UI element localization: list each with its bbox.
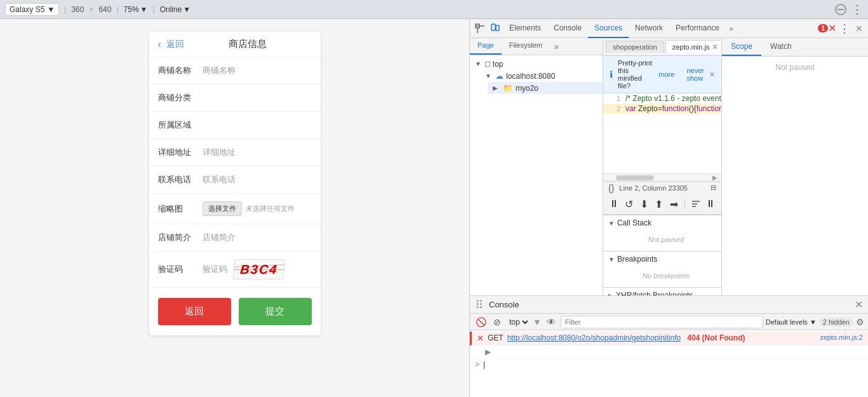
- tree-arrow-myo2o: ▶: [493, 84, 500, 91]
- sources-page-tab[interactable]: Page: [470, 38, 502, 55]
- file-tab-shopoperation-label: shopoperation: [613, 43, 657, 51]
- tree-item-myo2o[interactable]: ▶ 📁 myo2o: [488, 82, 603, 94]
- scope-watch-tabs: Scope Watch: [722, 38, 868, 57]
- devtools-menu-button[interactable]: ⋮: [836, 22, 853, 36]
- tab-performance[interactable]: Performance: [669, 19, 726, 38]
- info-more-link[interactable]: more: [658, 71, 674, 78]
- label-address: 详细地址: [158, 147, 203, 158]
- form-row-address: 详细地址 详细地址: [149, 139, 321, 166]
- zoom-selector[interactable]: 75% ▼: [124, 5, 148, 14]
- console-title: Console: [489, 300, 519, 309]
- value-phone: 联系电话: [203, 174, 312, 185]
- console-filter-icon[interactable]: ⊘: [490, 315, 504, 329]
- console-level-selector[interactable]: Default levels ▼: [766, 318, 817, 326]
- console-cursor[interactable]: |: [483, 360, 485, 369]
- topbar-more-button[interactable]: ⋮: [851, 3, 863, 17]
- file-tab-shopoperation[interactable]: shopoperation: [606, 41, 664, 53]
- online-selector[interactable]: Online ▼: [160, 5, 191, 14]
- async-stepping-button[interactable]: ⏸: [705, 196, 716, 212]
- label-region: 所属区域: [158, 119, 203, 131]
- info-never-link[interactable]: never show: [686, 67, 704, 82]
- console-eye-button[interactable]: 👁: [544, 315, 558, 329]
- sources-filesystem-tab[interactable]: Filesystem: [502, 38, 551, 55]
- times-sep: ×: [89, 5, 93, 14]
- console-input-line: > |: [470, 359, 868, 370]
- callstack-header[interactable]: ▼ Call Stack: [603, 215, 721, 231]
- tree-item-localhost[interactable]: ▼ ☁ localhost:8080: [480, 70, 603, 82]
- console-filter-input[interactable]: [561, 316, 763, 328]
- scope-watch-content: Not paused: [722, 57, 868, 295]
- log-url[interactable]: http://localhost:8080/o2o/shopadmin/gets…: [507, 333, 681, 342]
- error-count-badge: 1: [818, 24, 828, 32]
- tab-elements[interactable]: Elements: [503, 19, 547, 38]
- console-settings-button[interactable]: ⚙: [856, 317, 864, 327]
- pause-resume-button[interactable]: ⏸: [608, 196, 620, 212]
- console-clear-button[interactable]: 🚫: [474, 315, 488, 329]
- tree-label-myo2o: myo2o: [516, 84, 538, 93]
- error-log-icon: ✕: [477, 333, 484, 343]
- captcha-input-placeholder: 验证码: [203, 264, 227, 275]
- label-thumbnail: 缩略图: [158, 203, 203, 215]
- console-context-dropdown: ▼: [533, 317, 542, 327]
- step-out-button[interactable]: ⬆: [653, 196, 665, 212]
- tree-item-top[interactable]: ▼ □ top: [470, 58, 603, 70]
- tab-sources[interactable]: Sources: [588, 19, 629, 38]
- back-nav-text[interactable]: 返回: [166, 39, 184, 50]
- file-tab-zepto-close[interactable]: ✕: [712, 43, 718, 51]
- info-text: Pretty-print this minified file?: [618, 59, 653, 90]
- console-body: ✕ GET http://localhost:8080/o2o/shopadmi…: [470, 330, 868, 397]
- info-close-button[interactable]: ✕: [709, 71, 715, 79]
- log-file-link[interactable]: zepto.min.js:2: [820, 333, 863, 341]
- horizontal-scrollbar[interactable]: ▶: [603, 173, 721, 181]
- callstack-section: ▼ Call Stack Not paused: [603, 215, 721, 252]
- back-arrow-icon[interactable]: ‹: [158, 39, 161, 50]
- file-tab-zepto[interactable]: zepto.min.js ✕: [665, 40, 722, 53]
- sources-tabs-more[interactable]: »: [550, 38, 563, 55]
- step-into-button[interactable]: ⬇: [638, 196, 650, 212]
- submit-button[interactable]: 提交: [239, 298, 312, 325]
- xhr-breakpoints-label: XHR/fetch Breakpoints: [616, 291, 693, 295]
- device-toggle-button[interactable]: [488, 21, 503, 36]
- tree-label-localhost: localhost:8080: [506, 72, 555, 81]
- callstack-label: Call Stack: [617, 219, 651, 227]
- step-over-button[interactable]: ↺: [624, 196, 635, 212]
- tab-console[interactable]: Console: [547, 19, 588, 38]
- step-button[interactable]: ➡: [668, 196, 679, 212]
- separator3: |: [153, 5, 155, 14]
- breakpoints-label: Breakpoints: [617, 255, 657, 264]
- page-title: 商店信息: [184, 38, 312, 50]
- console-close-button[interactable]: ✕: [855, 299, 863, 311]
- devtools-close-button[interactable]: ✕: [853, 24, 865, 34]
- code-line-1: 1 /* Zepto v1.1.6 - zepto event ajax for…: [603, 93, 721, 104]
- file-tabs: shopoperation zepto.min.js ✕: [603, 38, 721, 56]
- xhr-breakpoints-header[interactable]: ▶ XHR/fetch Breakpoints: [603, 288, 721, 295]
- file-choose-button[interactable]: 选择文件: [203, 201, 242, 216]
- format-icon[interactable]: ⊟: [711, 184, 716, 192]
- no-entry-icon[interactable]: [835, 4, 846, 15]
- breakpoints-header[interactable]: ▼ Breakpoints: [603, 252, 721, 267]
- dbg-separator: [684, 199, 685, 209]
- tree-folder-icon: 📁: [503, 83, 513, 93]
- captcha-image[interactable]: B3C4: [232, 259, 285, 279]
- separator: |: [64, 5, 66, 14]
- device-dropdown-icon: ▼: [47, 5, 55, 14]
- tab-network[interactable]: Network: [629, 19, 669, 38]
- not-paused-label: Not paused: [616, 233, 716, 246]
- expand-arrow[interactable]: ▶: [485, 347, 491, 356]
- back-button[interactable]: 返回: [158, 298, 231, 325]
- log-method: GET: [488, 333, 504, 342]
- form-row-region: 所属区域: [149, 112, 321, 139]
- device-selector[interactable]: Galaxy S5 ▼: [5, 3, 59, 16]
- tabs-more-button[interactable]: »: [726, 25, 737, 32]
- deactivate-breakpoints-button[interactable]: [690, 196, 702, 212]
- devtools-panel: Elements Console Sources Network Perform…: [470, 19, 868, 397]
- scope-tab[interactable]: Scope: [722, 38, 761, 56]
- watch-tab[interactable]: Watch: [761, 38, 801, 56]
- scope-watch-panel: Scope Watch Not paused: [722, 38, 868, 295]
- scroll-right-arrow[interactable]: ▶: [709, 174, 721, 181]
- console-context-select[interactable]: top: [507, 317, 530, 327]
- console-drag-handle[interactable]: ⠿: [475, 298, 485, 312]
- inspect-element-button[interactable]: [472, 21, 488, 36]
- format-button[interactable]: {}: [608, 183, 614, 193]
- scrollbar-thumb[interactable]: [616, 175, 654, 180]
